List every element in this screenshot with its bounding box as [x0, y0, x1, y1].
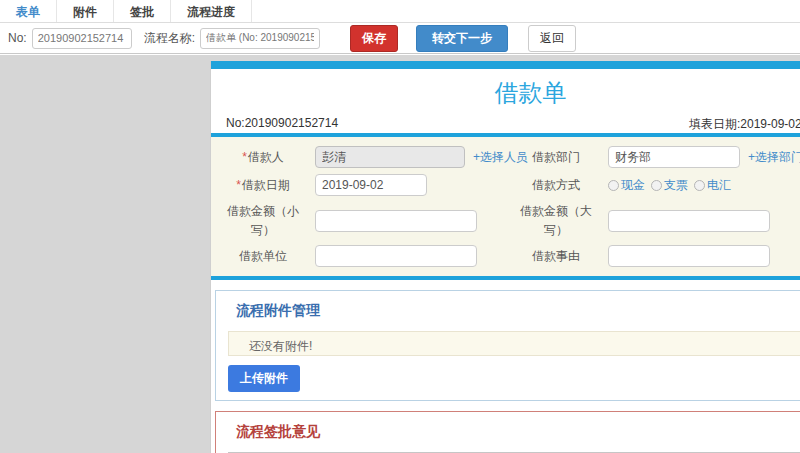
loan-reason-field: 借款事由: [516, 242, 800, 270]
radio-cheque[interactable]: [651, 180, 662, 191]
loan-reason-label: 借款事由: [516, 247, 596, 266]
amount-lowercase-label: 借款金额（小写）: [223, 202, 303, 239]
attachments-heading: 流程附件管理: [236, 302, 800, 320]
flow-name-input[interactable]: [200, 28, 320, 49]
loan-date-input[interactable]: [315, 174, 427, 196]
command-bar: No: 流程名称: 保存 转交下一步 返回: [0, 23, 800, 54]
amount-uppercase-input[interactable]: [608, 210, 770, 232]
approval-opinion-section: 流程签批意见 B I abc: [215, 411, 800, 453]
view-tabbar: 表单 附件 签批 流程进度: [0, 0, 800, 23]
no-input[interactable]: [32, 28, 132, 49]
back-button[interactable]: 返回: [528, 25, 576, 52]
amount-lowercase-field: 借款金额（小写）: [223, 199, 508, 242]
tab-process-progress[interactable]: 流程进度: [171, 0, 252, 22]
tab-approval[interactable]: 签批: [114, 0, 171, 22]
tab-attachments[interactable]: 附件: [57, 0, 114, 22]
amount-uppercase-field: 借款金额（大写）: [516, 199, 800, 242]
accent-divider-bar-bottom: [211, 276, 800, 280]
department-field: 借款部门 +选择部门: [516, 143, 800, 171]
loan-form-panel: 借款单 No:20190902152714 填表日期:2019-09-02 15…: [210, 61, 800, 453]
flow-name-label: 流程名称:: [144, 30, 195, 47]
page-title: 借款单: [211, 69, 800, 113]
no-label: No:: [8, 31, 27, 45]
loan-unit-field: 借款单位: [223, 242, 508, 270]
approval-opinion-heading: 流程签批意见: [236, 423, 800, 441]
required-mark: *: [242, 150, 247, 164]
borrower-label: *借款人: [223, 148, 303, 167]
radio-cash[interactable]: [608, 180, 619, 191]
department-input[interactable]: [608, 146, 740, 168]
loan-form-fields: *借款人 +选择人员 借款部门 +选择部门 *借款日期 借款方式 现金 支票 电…: [211, 137, 800, 276]
attachments-section: 流程附件管理 还没有附件! 上传附件: [215, 290, 800, 401]
tab-form[interactable]: 表单: [0, 0, 57, 22]
loan-method-options: 现金 支票 电汇: [608, 177, 737, 194]
required-mark: *: [236, 178, 241, 192]
upload-attachment-button[interactable]: 上传附件: [228, 365, 300, 392]
department-label: 借款部门: [516, 148, 596, 167]
form-fill-date: 填表日期:2019-09-02 15:27:14: [689, 116, 800, 133]
radio-cash-label[interactable]: 现金: [621, 177, 645, 194]
loan-method-field: 借款方式 现金 支票 电汇: [516, 171, 800, 199]
loan-date-field: *借款日期: [223, 171, 508, 199]
loan-date-label: *借款日期: [223, 176, 303, 195]
radio-wire-label[interactable]: 电汇: [707, 177, 731, 194]
borrower-field: *借款人 +选择人员: [223, 143, 508, 171]
loan-method-label: 借款方式: [516, 176, 596, 195]
top-accent-bar: [211, 61, 800, 69]
form-meta-row: No:20190902152714 填表日期:2019-09-02 15:27:…: [211, 113, 800, 133]
amount-uppercase-label: 借款金额（大写）: [516, 202, 596, 239]
radio-cheque-label[interactable]: 支票: [664, 177, 688, 194]
form-no-text: No:20190902152714: [226, 116, 338, 130]
borrower-input[interactable]: [315, 146, 465, 168]
forward-next-step-button[interactable]: 转交下一步: [416, 25, 508, 52]
loan-unit-label: 借款单位: [223, 247, 303, 266]
loan-unit-input[interactable]: [315, 245, 477, 267]
loan-reason-input[interactable]: [608, 245, 770, 267]
save-button[interactable]: 保存: [350, 25, 398, 52]
select-department-link[interactable]: +选择部门: [748, 149, 800, 166]
no-attachments-message: 还没有附件!: [228, 331, 800, 356]
amount-lowercase-input[interactable]: [315, 210, 477, 232]
radio-wire[interactable]: [694, 180, 705, 191]
